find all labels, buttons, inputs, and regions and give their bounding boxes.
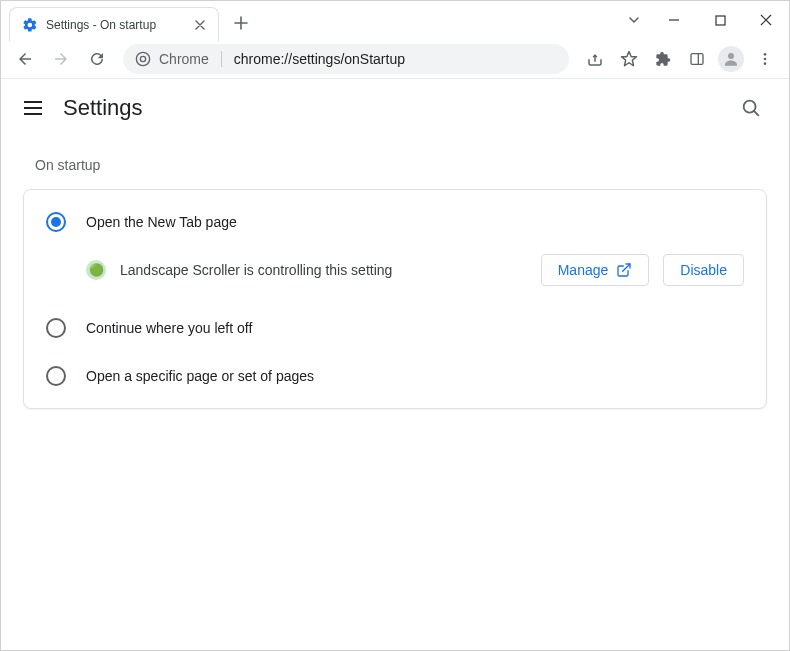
svg-point-7: [764, 57, 767, 60]
close-tab-icon[interactable]: [192, 17, 208, 33]
close-window-button[interactable]: [743, 4, 789, 36]
svg-line-11: [623, 264, 630, 271]
startup-options-card: Open the New Tab page 🟢 Landscape Scroll…: [23, 189, 767, 409]
manage-button[interactable]: Manage: [541, 254, 650, 286]
svg-rect-3: [691, 53, 703, 64]
tab-search-icon[interactable]: [617, 13, 651, 27]
search-button[interactable]: [733, 90, 769, 126]
settings-content: On startup Open the New Tab page 🟢 Lands…: [1, 137, 789, 419]
browser-tab[interactable]: Settings - On startup: [9, 7, 219, 41]
extension-message: Landscape Scroller is controlling this s…: [120, 262, 527, 278]
radio-selected-icon: [46, 212, 66, 232]
manage-label: Manage: [558, 262, 609, 278]
omnibox-host: Chrome: [159, 51, 209, 67]
omnibox-separator: [221, 51, 222, 67]
svg-point-8: [764, 62, 767, 65]
forward-button[interactable]: [45, 43, 77, 75]
option-specific-pages[interactable]: Open a specific page or set of pages: [24, 352, 766, 400]
option-label: Open the New Tab page: [86, 214, 237, 230]
minimize-button[interactable]: [651, 4, 697, 36]
page-title: Settings: [63, 95, 143, 121]
menu-button[interactable]: [749, 43, 781, 75]
gear-icon: [22, 17, 38, 33]
disable-button[interactable]: Disable: [663, 254, 744, 286]
option-label: Continue where you left off: [86, 320, 252, 336]
side-panel-icon[interactable]: [681, 43, 713, 75]
avatar-icon: [718, 46, 744, 72]
settings-header: Settings: [1, 79, 789, 137]
new-tab-button[interactable]: [227, 9, 255, 37]
section-title: On startup: [35, 157, 755, 173]
omnibox-path: chrome://settings/onStartup: [234, 51, 405, 67]
external-link-icon: [616, 262, 632, 278]
svg-point-6: [764, 53, 767, 56]
disable-label: Disable: [680, 262, 727, 278]
extensions-icon[interactable]: [647, 43, 679, 75]
extension-control-notice: 🟢 Landscape Scroller is controlling this…: [24, 246, 766, 304]
reload-button[interactable]: [81, 43, 113, 75]
maximize-button[interactable]: [697, 4, 743, 36]
back-button[interactable]: [9, 43, 41, 75]
browser-toolbar: Chrome chrome://settings/onStartup: [1, 39, 789, 79]
option-label: Open a specific page or set of pages: [86, 368, 314, 384]
tab-title: Settings - On startup: [46, 18, 184, 32]
extension-app-icon: 🟢: [86, 260, 106, 280]
hamburger-menu-button[interactable]: [21, 96, 45, 120]
share-icon[interactable]: [579, 43, 611, 75]
svg-point-1: [136, 52, 149, 65]
bookmark-icon[interactable]: [613, 43, 645, 75]
svg-point-2: [140, 56, 145, 61]
window-titlebar: Settings - On startup: [1, 1, 789, 39]
svg-rect-0: [716, 16, 725, 25]
option-new-tab[interactable]: Open the New Tab page: [24, 198, 766, 246]
radio-unselected-icon: [46, 318, 66, 338]
radio-unselected-icon: [46, 366, 66, 386]
profile-button[interactable]: [715, 43, 747, 75]
address-bar[interactable]: Chrome chrome://settings/onStartup: [123, 44, 569, 74]
svg-point-5: [728, 53, 734, 59]
svg-line-10: [754, 111, 758, 115]
option-continue[interactable]: Continue where you left off: [24, 304, 766, 352]
chrome-logo-icon: [135, 51, 151, 67]
